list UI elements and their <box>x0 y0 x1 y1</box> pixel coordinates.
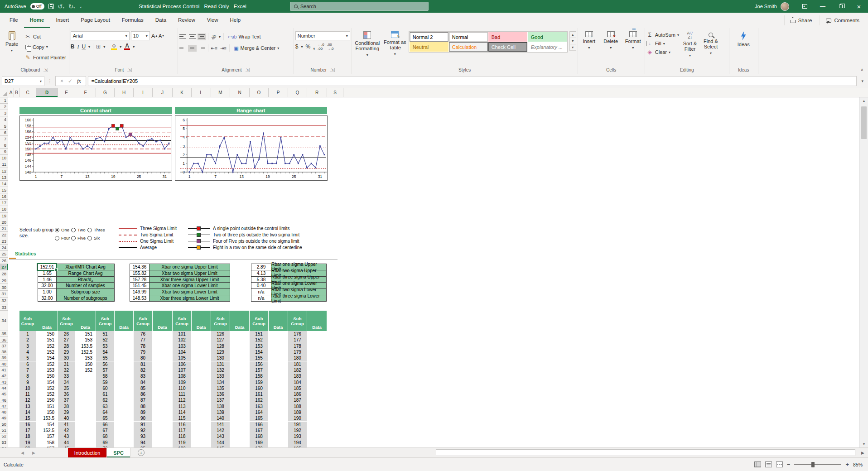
data-cell[interactable] <box>153 415 173 421</box>
data-cell[interactable] <box>307 349 327 355</box>
data-cell[interactable] <box>153 428 173 433</box>
row-header-22[interactable]: 22 <box>0 232 8 238</box>
subgroup-cell[interactable]: 176 <box>288 331 307 337</box>
subgroup-cell[interactable]: 11 <box>19 391 36 397</box>
data-cell[interactable] <box>75 391 96 397</box>
row-header-49[interactable]: 49 <box>0 415 8 421</box>
subgroup-cell[interactable]: 190 <box>288 415 307 421</box>
subgroup-cell[interactable]: 168 <box>250 433 269 439</box>
style-chip-check-cell[interactable]: Check Cell <box>488 42 527 52</box>
data-cell[interactable] <box>192 404 211 409</box>
data-cell[interactable] <box>230 385 250 391</box>
subgroup-cell[interactable]: 140 <box>211 415 230 421</box>
row-header-38[interactable]: 38 <box>0 349 8 355</box>
data-cell[interactable] <box>192 337 211 343</box>
decrease-decimal-icon[interactable]: .00→.0 <box>327 43 334 51</box>
format-painter-button[interactable]: ✎Format Painter <box>23 53 68 62</box>
data-cell[interactable]: 150 <box>36 373 58 379</box>
search-input[interactable] <box>300 4 424 9</box>
column-header-E[interactable]: E <box>58 88 75 97</box>
stats-value[interactable]: 149.99 <box>130 288 149 295</box>
subgroup-cell[interactable]: 78 <box>134 343 153 349</box>
enter-icon[interactable]: ✓ <box>68 78 72 84</box>
data-cell[interactable] <box>115 409 134 415</box>
row-header-30[interactable]: 30 <box>0 284 8 291</box>
stats-value[interactable]: 1.00 <box>38 288 57 295</box>
data-cell[interactable] <box>153 422 173 428</box>
row-header-46[interactable]: 46 <box>0 397 8 403</box>
data-cell[interactable] <box>115 373 134 379</box>
row-header-23[interactable]: 23 <box>0 238 8 245</box>
row-header-2[interactable]: 2 <box>0 104 8 110</box>
row-header-25[interactable]: 25 <box>0 251 8 257</box>
row-header-8[interactable]: 8 <box>0 142 8 149</box>
sheet-tab-introduction[interactable]: Introduction <box>68 448 107 457</box>
row-header-5[interactable]: 5 <box>0 123 8 130</box>
row-header-10[interactable]: 10 <box>0 155 8 161</box>
data-cell[interactable] <box>153 337 173 343</box>
subgroup-cell[interactable]: 16 <box>19 422 36 428</box>
gallery-expand-icon[interactable]: ▼ <box>570 44 576 51</box>
data-cell[interactable] <box>307 379 327 385</box>
data-cell[interactable] <box>230 397 250 403</box>
stats-label-cell[interactable]: Range Chart Avg <box>56 270 115 277</box>
row-header-3[interactable]: 3 <box>0 110 8 116</box>
subgroup-cell[interactable]: 1 <box>19 331 36 337</box>
menu-tab-review[interactable]: Review <box>172 13 201 28</box>
subgroup-cell[interactable]: 158 <box>250 373 269 379</box>
subgroup-cell[interactable]: 160 <box>250 385 269 391</box>
data-cell[interactable] <box>230 331 250 337</box>
subgroup-cell[interactable]: 35 <box>58 385 75 391</box>
column-header-B[interactable]: B <box>14 88 19 97</box>
ideas-button[interactable]: Ideas <box>733 29 754 47</box>
stats-value[interactable]: 157.28 <box>130 276 149 283</box>
data-cell[interactable] <box>269 409 288 415</box>
data-cell[interactable] <box>269 343 288 349</box>
subgroup-cell[interactable]: 60 <box>96 385 115 391</box>
paste-dropdown-icon[interactable]: ▾ <box>11 48 13 53</box>
stats-label-cell[interactable]: Xbar one sigma Upper Limit <box>149 264 230 270</box>
subgroup-cell[interactable]: 165 <box>250 415 269 421</box>
stats-value[interactable]: n/a <box>251 288 271 295</box>
subgroup-cell[interactable]: 62 <box>96 397 115 403</box>
subgroup-cell[interactable]: 6 <box>19 361 36 367</box>
row-header-16[interactable]: 16 <box>0 193 8 200</box>
subgroup-cell[interactable]: 17 <box>19 428 36 433</box>
data-cell[interactable] <box>230 349 250 355</box>
subgroup-cell[interactable]: 87 <box>134 397 153 403</box>
subgroup-cell[interactable]: 113 <box>173 404 192 409</box>
subgroup-cell[interactable]: 2 <box>19 337 36 343</box>
undo-icon[interactable]: ↺▾ <box>58 4 64 10</box>
subgroup-cell[interactable]: 109 <box>173 379 192 385</box>
data-cell[interactable]: 152 <box>75 367 96 373</box>
subgroup-cell[interactable]: 159 <box>250 379 269 385</box>
subgroup-cell[interactable]: 110 <box>173 385 192 391</box>
subgroup-cell[interactable]: 29 <box>58 349 75 355</box>
data-cell[interactable] <box>230 428 250 433</box>
subgroup-cell[interactable]: 54 <box>96 349 115 355</box>
data-cell[interactable] <box>192 367 211 373</box>
subgroup-cell[interactable]: 63 <box>96 404 115 409</box>
data-cell[interactable] <box>192 409 211 415</box>
column-header-J[interactable]: J <box>153 88 173 97</box>
stats-label-cell[interactable]: Rbar three sigma Lower Limit <box>271 295 327 302</box>
decrease-indent-icon[interactable]: ⇤≡ <box>211 46 217 51</box>
subgroup-cell[interactable]: 36 <box>58 391 75 397</box>
data-cell[interactable] <box>75 373 96 379</box>
data-cell[interactable] <box>75 433 96 439</box>
minimize-button[interactable]: — <box>814 0 832 13</box>
data-cell[interactable] <box>153 355 173 361</box>
data-cell[interactable] <box>307 409 327 415</box>
data-cell[interactable] <box>307 355 327 361</box>
data-cell[interactable]: 153.5 <box>36 415 58 421</box>
align-top-icon[interactable] <box>179 34 186 39</box>
data-cell[interactable]: 151 <box>36 404 58 409</box>
row-header-17[interactable]: 17 <box>0 200 8 206</box>
subgroup-cell[interactable]: 126 <box>211 331 230 337</box>
menu-tab-help[interactable]: Help <box>224 13 247 28</box>
stats-value[interactable]: 151.45 <box>130 282 149 289</box>
font-name-select[interactable]: Arial▾ <box>71 31 130 40</box>
subgroup-cell[interactable]: 189 <box>288 409 307 415</box>
radio-icon-one[interactable] <box>55 228 59 232</box>
data-cell[interactable] <box>115 439 134 445</box>
